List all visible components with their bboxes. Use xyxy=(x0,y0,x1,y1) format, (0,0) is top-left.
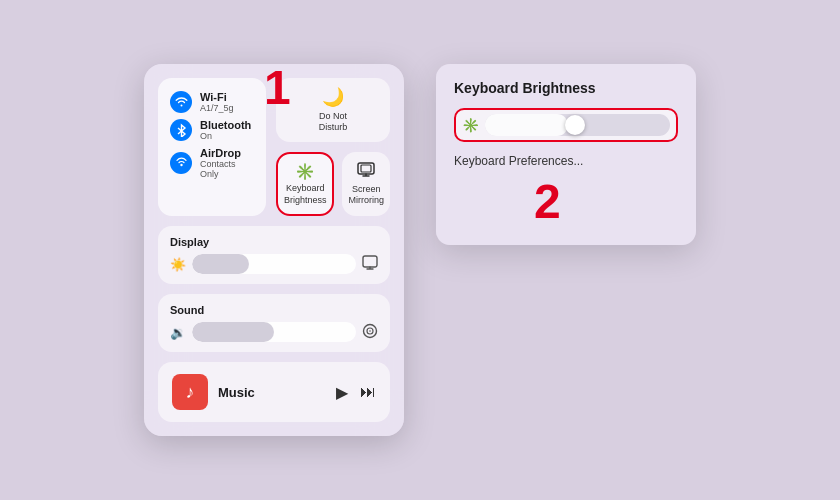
music-tile[interactable]: ♪ Music ▶ ⏭ xyxy=(158,362,390,422)
do-not-disturb-tile[interactable]: 🌙 Do NotDisturb xyxy=(276,78,390,142)
display-end-icon xyxy=(362,255,378,274)
screen-mirroring-tile[interactable]: ScreenMirroring xyxy=(342,152,390,216)
main-container: Wi-Fi A1/7_5g Bluetooth On xyxy=(144,64,696,437)
display-section: Display ☀️ xyxy=(158,226,390,284)
control-center-panel: Wi-Fi A1/7_5g Bluetooth On xyxy=(144,64,404,437)
ad-sub: Contacts Only xyxy=(200,159,254,179)
bottom-tiles-row: ✳️ KeyboardBrightness ScreenMirrorin xyxy=(276,152,390,216)
kb-slider-thumb xyxy=(565,115,585,135)
keyboard-brightness-panel: Keyboard Brightness ✳️ Keyboard Preferen… xyxy=(436,64,696,245)
sound-label: Sound xyxy=(170,304,378,316)
brightness-icon: ☀️ xyxy=(170,257,186,272)
kb-small-icon: ✳️ xyxy=(462,117,479,133)
wifi-sub: A1/7_5g xyxy=(200,103,234,113)
screen-mirror-label: ScreenMirroring xyxy=(348,184,384,207)
music-controls: ▶ ⏭ xyxy=(336,383,376,402)
music-label: Music xyxy=(218,385,326,400)
sound-slider-track[interactable] xyxy=(192,322,356,342)
sound-slider-fill xyxy=(192,322,274,342)
bluetooth-icon xyxy=(170,119,192,141)
sound-end-icon xyxy=(362,323,378,342)
airdrop-label: AirDrop Contacts Only xyxy=(200,147,254,179)
kb-slider-fill xyxy=(485,114,568,136)
display-slider-row: ☀️ xyxy=(170,254,378,274)
kb-slider-row: ✳️ xyxy=(462,114,670,136)
sound-slider-row: 🔉 xyxy=(170,322,378,342)
airdrop-icon xyxy=(170,152,192,174)
kb-panel-title: Keyboard Brightness xyxy=(454,80,678,96)
svg-rect-2 xyxy=(361,165,371,172)
sound-icon: 🔉 xyxy=(170,325,186,340)
music-art: ♪ xyxy=(172,374,208,410)
ad-name: AirDrop xyxy=(200,147,254,159)
wifi-name: Wi-Fi xyxy=(200,91,234,103)
fast-forward-button[interactable]: ⏭ xyxy=(360,383,376,402)
kb-slider-wrapper: ✳️ xyxy=(454,108,678,142)
moon-icon: 🌙 xyxy=(322,86,344,108)
sound-section: Sound 🔉 xyxy=(158,294,390,352)
svg-point-0 xyxy=(180,164,182,166)
network-tile: Wi-Fi A1/7_5g Bluetooth On xyxy=(158,78,266,217)
wifi-icon xyxy=(170,91,192,113)
svg-point-6 xyxy=(369,330,371,332)
bluetooth-item[interactable]: Bluetooth On xyxy=(170,116,254,144)
top-row: Wi-Fi A1/7_5g Bluetooth On xyxy=(158,78,390,217)
right-tiles-area: 1 🌙 Do NotDisturb ✳️ KeyboardBrightness xyxy=(276,78,390,217)
wifi-label: Wi-Fi A1/7_5g xyxy=(200,91,234,113)
bluetooth-label: Bluetooth On xyxy=(200,119,251,141)
play-button[interactable]: ▶ xyxy=(336,383,348,402)
wifi-item[interactable]: Wi-Fi A1/7_5g xyxy=(170,88,254,116)
svg-rect-3 xyxy=(363,256,377,267)
display-label: Display xyxy=(170,236,378,248)
screen-mirror-icon xyxy=(357,162,375,182)
airdrop-item[interactable]: AirDrop Contacts Only xyxy=(170,144,254,182)
kb-preferences-link[interactable]: Keyboard Preferences... xyxy=(454,154,678,168)
display-slider-track[interactable] xyxy=(192,254,356,274)
bt-name: Bluetooth xyxy=(200,119,251,131)
display-slider-fill xyxy=(192,254,249,274)
kb-bright-label: KeyboardBrightness xyxy=(284,183,327,206)
bt-sub: On xyxy=(200,131,251,141)
dnd-label: Do NotDisturb xyxy=(319,111,348,134)
keyboard-brightness-tile[interactable]: ✳️ KeyboardBrightness xyxy=(276,152,335,216)
kb-bright-icon: ✳️ xyxy=(295,162,315,181)
kb-slider-track[interactable] xyxy=(485,114,670,136)
badge-2: 2 xyxy=(534,174,561,229)
